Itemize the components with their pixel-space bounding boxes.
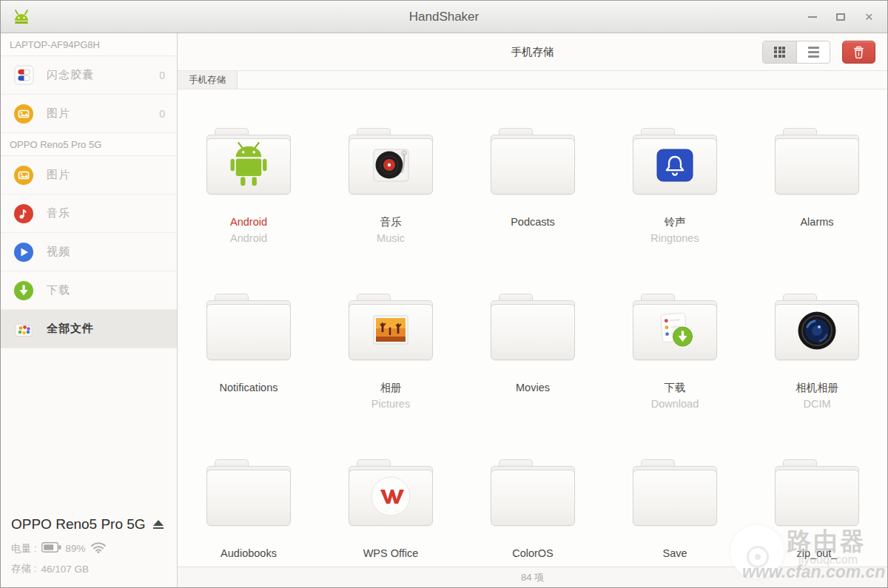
folder-primary-label: Notifications [220,379,278,396]
eject-icon[interactable] [153,520,164,530]
handshaker-window: HandShaker × LAPTOP-AF94PG8H [0,0,888,588]
folder-icon [491,128,575,195]
sidebar-item-pictures-pc[interactable]: 图片 0 [1,95,177,133]
folder-icon [349,459,433,526]
battery-row: 电量 : 89% [11,541,166,555]
main-panel: 手机存储 [178,33,887,587]
folder-item[interactable]: Podcasts [462,128,604,294]
sidebar: LAPTOP-AF94PG8H 闪念胶囊 0 [1,33,178,587]
device-name-header: OPPO Reno5 Pro 5G [1,133,177,156]
folder-item[interactable]: 相机相册DCIM [746,294,887,459]
list-view-icon [808,47,819,58]
sidebar-item-label: 下载 [47,283,70,297]
vinyl-icon [371,145,411,188]
bell-icon [656,149,693,185]
folder-item[interactable]: 铃声Ringtones [604,128,746,294]
folder-icon [775,459,859,526]
close-button[interactable]: × [858,7,880,27]
folder-primary-label: Android [230,214,267,230]
folder-item[interactable]: Notifications [178,294,320,459]
sidebar-item-label: 图片 [47,168,70,182]
folder-item[interactable]: Movies [462,294,604,459]
minimize-button[interactable] [801,7,824,27]
folder-icon [349,128,433,195]
folder-icon [633,459,717,526]
maximize-icon [836,13,845,21]
folder-item[interactable]: Audiobooks [178,459,320,567]
battery-icon [41,542,61,555]
grid-view-icon [774,47,785,58]
device-info-panel: OPPO Reno5 Pro 5G 电量 : 89% [1,506,176,587]
folder-secondary-label: Pictures [371,396,410,412]
sidebar-item-idea-capsule[interactable]: 闪念胶囊 0 [1,56,177,95]
download-card-icon [654,311,696,353]
sidebar-item-label: 全部文件 [47,322,94,336]
folder-item[interactable]: WPS Office [320,459,462,567]
sidebar-item-all-files[interactable]: 全部文件 [1,310,177,348]
folder-primary-label: Podcasts [511,214,555,230]
folder-primary-label: Save [662,545,687,561]
item-count-badge: 0 [159,70,165,81]
status-bar: 84 项 [178,567,887,587]
folder-item[interactable]: zip_out_ [746,459,887,567]
folder-icon [206,128,291,195]
folder-item[interactable]: 音乐Music [320,128,462,294]
folder-icon [206,459,291,526]
sidebar-item-downloads[interactable]: 下载 [1,271,177,310]
folder-primary-label: 音乐 [380,214,402,230]
folder-icon [206,294,291,360]
folder-secondary-label: Download [651,396,699,412]
android-icon [227,141,270,192]
sidebar-item-label: 视频 [47,245,70,259]
storage-label: 存储 : [11,562,37,575]
titlebar[interactable]: HandShaker × [1,1,887,33]
grid-view-button[interactable] [763,41,796,63]
folder-item[interactable]: 相册Pictures [320,294,462,459]
folder-item[interactable]: Alarms [746,128,887,294]
delete-button[interactable] [842,41,875,64]
sidebar-item-label: 图片 [47,107,70,121]
sidebar-item-label: 音乐 [47,206,70,220]
folder-primary-label: zip_out_ [797,545,838,561]
maximize-button[interactable] [830,7,852,27]
tab-phone-storage[interactable]: 手机存储 [178,71,238,89]
sidebar-item-videos[interactable]: 视频 [1,233,177,271]
minimize-icon [808,16,817,18]
folder-item[interactable]: Save [604,459,746,567]
folder-item[interactable]: 下载Download [604,294,746,459]
download-icon [13,280,35,301]
battery-label: 电量 : [11,542,37,555]
folder-icon [775,294,859,360]
list-view-button[interactable] [796,41,830,63]
storage-row: 存储 : 46/107 GB [11,562,166,575]
window-title: HandShaker [1,10,887,24]
folder-primary-label: 相册 [380,379,402,396]
folder-item[interactable]: ColorOS [462,459,604,567]
folder-secondary-label: Music [377,230,405,246]
folder-icon [349,294,433,360]
trash-icon [853,46,864,58]
photo-icon [371,314,410,351]
camera-icon [797,311,837,354]
folder-primary-label: Audiobooks [221,545,277,561]
folder-primary-label: 铃声 [665,214,686,230]
folder-icon [633,294,717,360]
folder-primary-label: WPS Office [363,545,419,561]
folder-icon [491,459,575,526]
capsule-icon [13,65,35,85]
storage-value: 46/107 GB [41,564,90,575]
folder-icon [491,294,575,360]
folder-icon [633,128,717,195]
sidebar-item-music[interactable]: 音乐 [1,195,177,233]
main-header: 手机存储 [178,33,887,70]
wifi-icon [90,541,107,555]
tab-strip: 手机存储 [178,70,887,89]
folder-secondary-label: Android [230,230,267,246]
folder-item[interactable]: AndroidAndroid [178,128,320,294]
folder-grid: AndroidAndroid音乐MusicPodcasts铃声Ringtones… [178,89,887,567]
sidebar-item-label: 闪念胶囊 [47,68,94,82]
item-count-badge: 0 [159,108,165,120]
sidebar-item-pictures-device[interactable]: 图片 [1,156,177,195]
pictures-icon [13,165,35,186]
items-count: 84 项 [521,571,544,584]
